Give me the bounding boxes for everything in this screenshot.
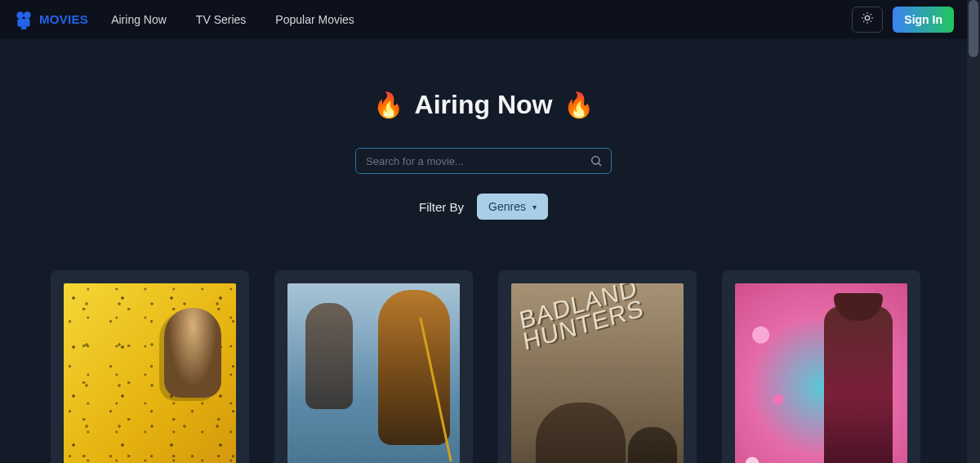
search-input[interactable]: [366, 155, 590, 167]
svg-point-4: [866, 16, 870, 20]
page-title-text: Airing Now: [415, 90, 553, 120]
filter-label: Filter By: [419, 200, 464, 214]
sun-icon: [861, 11, 874, 27]
camera-icon: [13, 9, 34, 30]
navbar: MOVIES Airing Now TV Series Popular Movi…: [0, 0, 967, 39]
brand-name: MOVIES: [39, 12, 88, 26]
movie-poster: [287, 283, 460, 463]
svg-point-1: [24, 11, 31, 19]
search-box[interactable]: [355, 148, 612, 174]
movie-card[interactable]: [274, 270, 473, 463]
nav-tv-series[interactable]: TV Series: [196, 13, 246, 26]
movie-poster: BADLAND HUNTERS: [511, 283, 684, 463]
svg-line-7: [864, 14, 865, 15]
page-title: 🔥 Airing Now 🔥: [373, 90, 595, 120]
theme-toggle-button[interactable]: [852, 7, 883, 33]
poster-title: BADLAND HUNTERS: [518, 283, 645, 352]
search-icon[interactable]: [590, 154, 603, 167]
scrollbar[interactable]: [967, 0, 980, 463]
svg-line-12: [871, 14, 871, 15]
movie-card[interactable]: Wonka: [722, 270, 920, 463]
filter-row: Filter By Genres ▾: [0, 194, 967, 220]
movie-card[interactable]: BADLAND HUNTERS: [498, 270, 697, 463]
genres-dropdown[interactable]: Genres ▾: [477, 194, 548, 220]
nav-links: Airing Now TV Series Popular Movies: [111, 13, 354, 26]
nav-airing-now[interactable]: Airing Now: [111, 13, 167, 26]
svg-point-13: [592, 157, 599, 164]
hero: 🔥 Airing Now 🔥 Filter By Genres ▾: [0, 39, 967, 220]
svg-rect-2: [17, 18, 29, 26]
fire-icon: 🔥: [373, 91, 403, 119]
movie-poster: Wonka: [735, 283, 907, 463]
svg-point-0: [16, 11, 24, 19]
logo[interactable]: MOVIES: [13, 9, 88, 30]
signin-button[interactable]: Sign In: [893, 7, 954, 33]
nav-popular-movies[interactable]: Popular Movies: [275, 13, 354, 26]
movie-poster: THE: [64, 283, 236, 463]
nav-right: Sign In: [852, 7, 954, 33]
chevron-down-icon: ▾: [532, 203, 537, 211]
scrollbar-thumb[interactable]: [969, 0, 978, 57]
genres-label: Genres: [488, 200, 526, 213]
movie-grid: THE BADLAND HUNTERS: [0, 220, 967, 463]
svg-line-14: [599, 163, 601, 166]
fire-icon: 🔥: [564, 91, 594, 119]
movie-card[interactable]: THE: [51, 270, 249, 463]
svg-line-11: [864, 21, 865, 22]
svg-rect-3: [21, 26, 27, 29]
svg-line-8: [871, 21, 871, 22]
